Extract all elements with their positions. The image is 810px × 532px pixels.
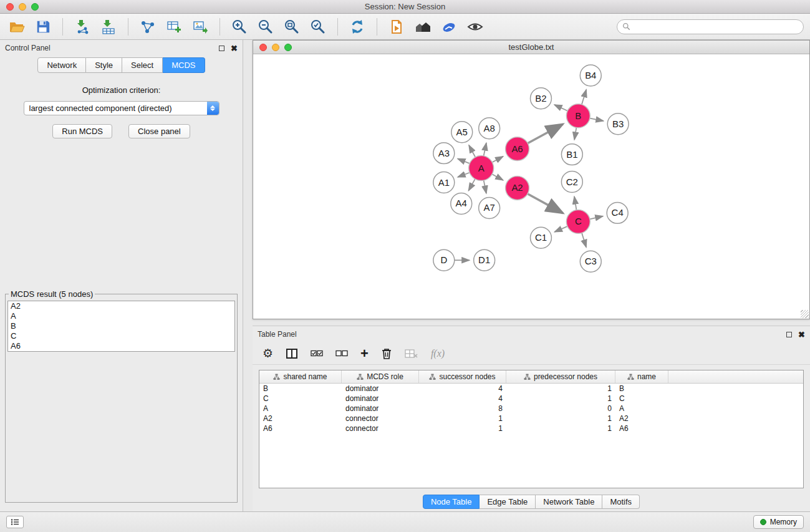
mcds-result-item[interactable]: A6 [8, 341, 234, 351]
graph-node-B[interactable]: B [566, 104, 590, 128]
graph-edge-A-A6[interactable] [492, 157, 503, 162]
table-cell[interactable]: connector [342, 414, 419, 423]
column-header-mcds-role[interactable]: MCDS role [342, 370, 419, 383]
table-cell[interactable]: 8 [419, 404, 506, 414]
graph-edge-A-A5[interactable] [469, 145, 475, 157]
graph-node-B3[interactable]: B3 [607, 114, 629, 135]
table-tab-network-table[interactable]: Network Table [536, 495, 602, 509]
search-input[interactable] [633, 22, 798, 31]
apply-layout-button[interactable] [347, 17, 368, 37]
graph-edge-A-A1[interactable] [458, 173, 470, 177]
table-cell[interactable]: 0 [506, 404, 615, 414]
network-canvas[interactable]: B4B2BB3A5A8A6B1A3AA1C2A2A4A7C4CC1C3DD1 [253, 54, 809, 319]
tab-style[interactable]: Style [86, 57, 122, 73]
graph-node-B2[interactable]: B2 [531, 88, 552, 109]
mcds-result-item[interactable]: A2 [8, 301, 234, 311]
table-cell[interactable]: B [259, 384, 342, 394]
import-network-button[interactable] [72, 17, 93, 37]
new-table-button[interactable] [163, 17, 185, 37]
graph-edge-A-A3[interactable] [458, 159, 470, 164]
graph-edge-B-B2[interactable] [554, 105, 567, 111]
table-cell[interactable]: C [615, 394, 668, 404]
graph-node-D1[interactable]: D1 [474, 249, 495, 271]
table-tab-motifs[interactable]: Motifs [602, 495, 640, 509]
graph-node-B4[interactable]: B4 [580, 65, 601, 86]
table-cell[interactable]: 1 [506, 394, 615, 404]
graph-node-A7[interactable]: A7 [479, 197, 500, 218]
table-cell[interactable]: A [259, 404, 342, 414]
network-frame-titlebar[interactable]: testGlobe.txt [253, 41, 809, 54]
close-panel-button[interactable]: Close panel [128, 124, 190, 138]
graph-node-C1[interactable]: C1 [531, 227, 552, 248]
table-cell[interactable]: B [615, 384, 668, 394]
graph-node-D[interactable]: D [433, 249, 455, 271]
table-cell[interactable]: dominator [342, 384, 419, 394]
table-cell[interactable]: dominator [342, 404, 419, 414]
graph-node-A6[interactable]: A6 [506, 137, 529, 161]
graph-edge-A6-B[interactable] [528, 124, 563, 143]
close-panel-icon[interactable]: ✖ [231, 44, 238, 52]
column-header-successor-nodes[interactable]: successor nodes [419, 370, 506, 383]
table-row[interactable]: Cdominator41C [259, 394, 803, 404]
table-cell[interactable]: 1 [419, 423, 506, 433]
table-row[interactable]: A2connector11A2 [259, 414, 803, 423]
mcds-result-list[interactable]: A2ABCA6 [7, 301, 235, 352]
frame-resize-grip[interactable] [801, 310, 809, 318]
graph-node-B1[interactable]: B1 [561, 144, 582, 165]
graph-edge-C-C3[interactable] [582, 233, 586, 247]
memory-button[interactable]: Memory [753, 515, 804, 529]
graph-node-C[interactable]: C [566, 210, 590, 233]
graph-node-A[interactable]: A [469, 156, 494, 181]
table-cell[interactable]: A6 [615, 423, 668, 433]
function-builder-button[interactable]: f(x) [431, 348, 445, 359]
graph-edge-A2-C[interactable] [528, 194, 563, 213]
table-cell[interactable]: 1 [506, 414, 615, 423]
graph-node-A1[interactable]: A1 [433, 172, 455, 193]
home-button[interactable] [412, 17, 433, 37]
export-image-button[interactable] [190, 17, 211, 37]
graph-edge-B-B3[interactable] [590, 118, 604, 121]
table-cell[interactable]: C [259, 394, 342, 404]
table-tab-node-table[interactable]: Node Table [423, 495, 480, 509]
table-cell[interactable]: A2 [259, 414, 342, 423]
graph-node-A5[interactable]: A5 [451, 122, 473, 143]
table-cell[interactable]: A2 [615, 414, 668, 423]
tab-network[interactable]: Network [37, 57, 86, 73]
panel-menu-button[interactable] [6, 516, 24, 528]
network-graph[interactable]: B4B2BB3A5A8A6B1A3AA1C2A2A4A7C4CC1C3DD1 [253, 54, 809, 319]
delete-table-button[interactable] [405, 346, 418, 361]
table-cell[interactable]: 4 [419, 394, 506, 404]
run-mcds-button[interactable]: Run MCDS [52, 124, 112, 138]
delete-column-button[interactable] [381, 346, 392, 361]
apply-style-button[interactable] [438, 17, 460, 37]
search-box[interactable] [617, 19, 804, 34]
mcds-result-item[interactable]: B [8, 321, 234, 331]
graph-node-C4[interactable]: C4 [607, 202, 628, 223]
mcds-result-item[interactable]: A [8, 311, 234, 321]
table-row[interactable]: Bdominator41B [259, 384, 803, 394]
table-cell[interactable]: A6 [259, 423, 342, 433]
tab-select[interactable]: Select [122, 57, 163, 73]
open-session-button[interactable] [6, 17, 27, 37]
column-header-predecessor-nodes[interactable]: predecessor nodes [506, 370, 615, 383]
tab-mcds[interactable]: MCDS [163, 57, 205, 73]
graph-node-A8[interactable]: A8 [479, 118, 500, 139]
close-table-panel-icon[interactable]: ✖ [798, 331, 805, 339]
add-column-button[interactable]: + [360, 346, 369, 361]
show-graphics-button[interactable] [465, 17, 486, 37]
float-table-panel-icon[interactable] [786, 332, 792, 337]
graph-node-A3[interactable]: A3 [433, 143, 455, 164]
graph-edge-B-B4[interactable] [582, 90, 586, 105]
table-row[interactable]: Adominator80A [259, 404, 803, 414]
deselect-all-button[interactable] [335, 346, 348, 361]
first-neighbors-button[interactable] [386, 17, 407, 37]
select-all-button[interactable] [311, 346, 323, 361]
graph-edge-C-C2[interactable] [574, 196, 576, 210]
graph-node-C2[interactable]: C2 [561, 172, 582, 193]
graph-edge-C-C4[interactable] [590, 216, 603, 220]
graph-edge-C-C1[interactable] [554, 226, 567, 232]
zoom-out-button[interactable] [255, 17, 276, 37]
table-tab-edge-table[interactable]: Edge Table [480, 495, 536, 509]
column-header-name[interactable]: name [615, 370, 668, 383]
column-header-shared-name[interactable]: shared name [259, 370, 342, 383]
